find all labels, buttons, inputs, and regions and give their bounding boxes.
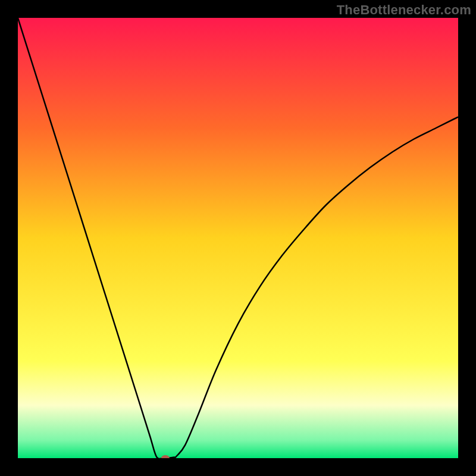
chart-frame: TheBottlenecker.com — [0, 0, 476, 476]
watermark-text: TheBottlenecker.com — [337, 2, 471, 18]
gradient-background — [18, 18, 458, 458]
plot-area — [18, 18, 458, 458]
chart-svg — [18, 18, 458, 458]
